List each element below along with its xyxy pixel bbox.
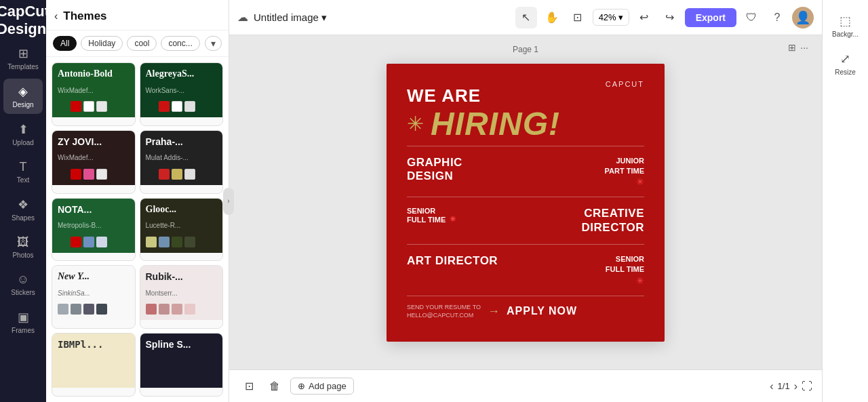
frame-tool[interactable]: ⊡ <box>567 7 589 28</box>
canvas-area[interactable]: Page 1 ⊞ ··· CAPCUT WE ARE ✳ HIRING! GRA… <box>229 35 822 369</box>
theme-card-glooc[interactable]: Glooc... Lucette-R... <box>140 198 224 262</box>
filter-holiday[interactable]: Holiday <box>81 36 123 51</box>
background-icon: ⬚ <box>840 14 851 28</box>
swatch <box>146 101 157 112</box>
sidebar-item-upload[interactable]: ⬆ Upload <box>3 117 43 152</box>
filter-more-button[interactable]: ▾ <box>205 36 222 51</box>
swatch <box>184 237 195 247</box>
panel-collapse-handle[interactable]: › <box>223 188 234 215</box>
file-name-button[interactable]: Untitled image ▾ <box>254 12 327 24</box>
theme-font-name: Spline S... <box>146 339 218 350</box>
swatch <box>159 237 170 247</box>
theme-font-name: Antonio-Bold <box>58 68 130 79</box>
filter-cool[interactable]: cool <box>127 36 157 51</box>
swatch <box>83 304 94 315</box>
theme-font-name: ZY JOVI... <box>58 136 130 147</box>
export-button[interactable]: Export <box>685 8 736 27</box>
canvas-divider-3 <box>407 244 644 245</box>
themes-title: Themes <box>63 9 106 23</box>
swatch <box>96 237 107 247</box>
main-area: ☁ Untitled image ▾ ↖ ✋ ⊡ 42% ▾ ↩ ↪ Expor… <box>229 0 822 402</box>
swatch <box>96 169 107 180</box>
canvas-card[interactable]: CAPCUT WE ARE ✳ HIRING! GRAPHICDESIGN JU… <box>387 64 665 342</box>
photos-icon: 🖼 <box>17 235 29 249</box>
page-icon-grid[interactable]: ⊞ <box>788 42 796 53</box>
help-button[interactable]: ? <box>766 7 788 28</box>
copy-page-button[interactable]: ⊡ <box>239 376 259 397</box>
sidebar-item-photos-label: Photos <box>12 252 33 259</box>
text-icon: T <box>20 160 27 174</box>
canvas-section-graphic: GRAPHICDESIGN JUNIORPART TIME ✳ <box>407 152 644 192</box>
theme-card-nota[interactable]: NOTA... Metropolis-B... <box>52 198 136 262</box>
redo-button[interactable]: ↪ <box>659 7 681 28</box>
undo-button[interactable]: ↩ <box>633 7 655 28</box>
theme-card-praha[interactable]: Praha-... Mulat Addis-... <box>140 130 224 194</box>
canvas-hiring-text: HIRING! <box>431 108 560 140</box>
back-button[interactable]: ‹ <box>54 10 58 22</box>
page-indicator: 1/1 <box>778 381 790 391</box>
cloud-icon: ☁ <box>237 11 248 24</box>
theme-swatches <box>146 237 218 247</box>
canvas-creative-director: CREATIVEDIRECTOR <box>582 207 644 235</box>
theme-swatches <box>146 304 218 315</box>
background-tool[interactable]: ⬚ Backgr... <box>825 8 866 43</box>
theme-card-alegreya[interactable]: AlegreyaS... WorkSans-... <box>140 62 224 126</box>
theme-card-rubik[interactable]: Rubik-... Montserr... <box>140 265 224 329</box>
theme-card-ibmpl[interactable]: IBMPl... <box>52 333 136 397</box>
theme-swatches <box>58 101 130 112</box>
sidebar-item-design[interactable]: ◈ Design <box>3 79 43 114</box>
theme-card-spline[interactable]: Spline S... <box>140 333 224 397</box>
sidebar-item-frames[interactable]: ▣ Frames <box>3 304 43 340</box>
swatch <box>159 169 170 180</box>
canvas-art-director: ART DIRECTOR <box>407 254 498 268</box>
sidebar-item-templates[interactable]: ⊞ Templates <box>3 41 43 76</box>
expand-button[interactable]: ⛶ <box>802 380 812 393</box>
swatch <box>159 101 170 112</box>
theme-sub-name: WixMadef... <box>58 154 130 161</box>
sidebar-item-stickers[interactable]: ☺ Stickers <box>3 267 43 302</box>
swatch <box>58 237 68 247</box>
stickers-icon: ☺ <box>17 273 29 287</box>
page-next-button[interactable]: › <box>794 380 797 393</box>
canvas-junior-part-time: JUNIORPART TIME <box>605 156 644 177</box>
theme-font-name: Praha-... <box>146 136 218 147</box>
sidebar-item-text-label: Text <box>17 176 29 184</box>
theme-sub-name: Montserr... <box>146 289 218 297</box>
logo-button[interactable]: CapCut Design <box>9 7 37 34</box>
file-name-text: Untitled image <box>254 12 319 23</box>
theme-card-zy-jovi[interactable]: ZY JOVI... WixMadef... <box>52 130 136 194</box>
theme-font-name: Rubik-... <box>146 271 218 282</box>
sidebar-item-shapes[interactable]: ❖ Shapes <box>3 192 43 227</box>
canvas-red-dot-1: ✳ <box>605 176 644 187</box>
swatch <box>83 169 94 180</box>
page-prev-button[interactable]: ‹ <box>770 380 773 393</box>
canvas-send-text: SEND YOUR RESUME TOHELLO@CAPCUT.COM <box>407 303 481 320</box>
sidebar-item-text[interactable]: T Text <box>3 155 43 189</box>
theme-card-antonio[interactable]: Antonio-Bold WixMadef... <box>52 62 136 126</box>
swatch <box>184 101 195 112</box>
shield-button[interactable]: 🛡 <box>741 7 762 28</box>
zoom-button[interactable]: 42% ▾ <box>593 9 629 26</box>
theme-swatches <box>58 237 130 247</box>
swatch <box>71 101 81 112</box>
templates-icon: ⊞ <box>18 46 28 61</box>
theme-swatches <box>58 169 130 180</box>
canvas-asterisk: ✳ <box>407 112 424 136</box>
sidebar-item-upload-label: Upload <box>12 139 34 146</box>
page-icon-more[interactable]: ··· <box>800 42 808 53</box>
swatch <box>71 169 81 180</box>
zoom-chevron: ▾ <box>618 12 623 22</box>
add-page-button[interactable]: ⊕ Add page <box>290 378 354 395</box>
sidebar-item-photos[interactable]: 🖼 Photos <box>3 230 43 264</box>
pointer-tool[interactable]: ↖ <box>515 7 537 28</box>
resize-tool[interactable]: ⤢ Resize <box>825 46 866 81</box>
theme-card-new-york[interactable]: New Y... SinkinSa... <box>52 265 136 329</box>
canvas-red-dot-3: ✳ <box>606 275 644 286</box>
hand-tool[interactable]: ✋ <box>541 7 563 28</box>
avatar[interactable]: 👤 <box>792 7 814 28</box>
filter-all[interactable]: All <box>53 36 77 51</box>
canvas-arrow-icon: → <box>488 304 500 319</box>
shapes-icon: ❖ <box>18 197 28 212</box>
filter-conc[interactable]: conc... <box>161 36 199 51</box>
delete-page-button[interactable]: 🗑 <box>264 376 285 397</box>
